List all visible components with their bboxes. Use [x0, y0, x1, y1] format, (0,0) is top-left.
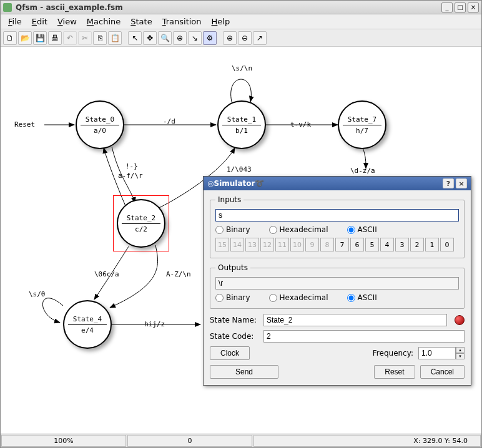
state-1[interactable]: State_1b/1 — [217, 100, 266, 149]
menu-transition[interactable]: Transition — [159, 16, 205, 27]
bit-13[interactable]: 13 — [245, 238, 259, 251]
separator — [123, 31, 127, 45]
open-icon[interactable]: 📂 — [18, 31, 32, 45]
close-button[interactable]: × — [468, 2, 479, 12]
menu-machine[interactable]: Machine — [83, 16, 124, 27]
outputs-legend: Outputs — [215, 263, 250, 272]
transition-s2-s4-b-label: A-Z/\n — [166, 270, 191, 278]
bit-12[interactable]: 12 — [260, 238, 274, 251]
pan-icon[interactable]: ✥ — [143, 31, 157, 45]
bit-0[interactable]: 0 — [440, 238, 454, 251]
frequency-label: Frequency: — [373, 349, 413, 358]
spin-down-icon[interactable]: ▾ — [456, 353, 465, 359]
menu-state[interactable]: State — [127, 16, 155, 27]
send-button[interactable]: Send — [210, 365, 278, 379]
maximize-button[interactable]: □ — [455, 2, 466, 12]
save-icon[interactable]: 💾 — [33, 31, 47, 45]
bit-4[interactable]: 4 — [380, 238, 394, 251]
zoomout-icon[interactable]: ⊖ — [238, 31, 252, 45]
dialog-close-button[interactable]: × — [456, 178, 467, 188]
state-code-label: State Code: — [210, 332, 260, 341]
bit-8[interactable]: 8 — [320, 238, 334, 251]
dialog-title: Simulator — [214, 179, 255, 188]
outputs-field — [215, 277, 459, 290]
simulator-dialog: ◎ Simulator ➰ ? × Inputs Binary Hexadeci… — [203, 176, 471, 386]
cancel-button[interactable]: Cancel — [420, 365, 465, 379]
bit-9[interactable]: 9 — [305, 238, 319, 251]
window-title: Qfsm - ascii_example.fsm — [16, 3, 440, 12]
state-4[interactable]: State_4e/4 — [63, 300, 112, 349]
zoomin-icon[interactable]: ⊕ — [223, 31, 237, 45]
bit-1[interactable]: 1 — [425, 238, 439, 251]
newtrans-icon[interactable]: ↘ — [188, 31, 202, 45]
state-code-field — [263, 330, 465, 343]
newstate-icon[interactable]: ⊕ — [173, 31, 187, 45]
transition-s0-s2-a-label: !-} — [125, 162, 138, 170]
spin-up-icon[interactable]: ▴ — [456, 347, 465, 353]
select-icon[interactable]: ↖ — [128, 31, 142, 45]
bit-11[interactable]: 11 — [275, 238, 289, 251]
menu-help[interactable]: Help — [208, 16, 234, 27]
paste-icon[interactable]: 📋 — [108, 31, 122, 45]
dialog-titlebar[interactable]: ◎ Simulator ➰ ? × — [204, 177, 471, 190]
transition-s7-down-label: \d-z/a — [350, 167, 375, 175]
simulate-icon[interactable]: ⚙ — [203, 31, 217, 45]
transition-s1-s7-label: t-v/k — [290, 120, 311, 129]
separator — [218, 31, 222, 45]
menu-view[interactable]: View — [54, 16, 81, 27]
zoom-icon[interactable]: 🔍 — [158, 31, 172, 45]
bit-2[interactable]: 2 — [410, 238, 424, 251]
bit-toggle-row: 15 14 13 12 11 10 9 8 7 6 5 4 3 2 1 0 — [215, 238, 459, 251]
state-name-label: State Name: — [210, 316, 260, 324]
transition-s4-loop-label: \s/0 — [29, 290, 46, 298]
state-2[interactable]: State_2c/2 — [117, 199, 165, 248]
outputs-ascii-radio[interactable]: ASCII — [347, 293, 377, 302]
status-selection: 0 — [127, 435, 252, 447]
undo-icon[interactable]: ↶ — [63, 31, 77, 45]
bit-14[interactable]: 14 — [230, 238, 244, 251]
print-icon[interactable]: 🖶 — [48, 31, 62, 45]
statusbar: 100% 0 X: 329.0 Y: 54.0 — [1, 434, 481, 447]
bit-5[interactable]: 5 — [365, 238, 379, 251]
dialog-body: Inputs Binary Hexadecimal ASCII 15 14 13… — [204, 190, 471, 385]
outputs-binary-radio[interactable]: Binary — [215, 293, 250, 302]
state-7[interactable]: State_7h/7 — [338, 100, 386, 149]
menu-file[interactable]: File — [4, 16, 26, 27]
bit-7[interactable]: 7 — [335, 238, 349, 251]
copy-icon[interactable]: ⎘ — [93, 31, 107, 45]
inputs-group: Inputs Binary Hexadecimal ASCII 15 14 13… — [210, 195, 465, 258]
state-0[interactable]: State_0a/0 — [76, 100, 124, 149]
bit-6[interactable]: 6 — [350, 238, 364, 251]
bit-15[interactable]: 15 — [215, 238, 229, 251]
transition-s1-loop-label: \s/\n — [232, 64, 252, 72]
status-led-icon — [455, 315, 465, 325]
clock-button[interactable]: Clock — [210, 346, 250, 360]
status-zoom: 100% — [1, 435, 126, 447]
transition-s0-s1-label: -/d — [163, 117, 175, 125]
inputs-ascii-radio[interactable]: ASCII — [347, 225, 377, 234]
reset-button[interactable]: Reset — [374, 365, 415, 379]
bit-10[interactable]: 10 — [290, 238, 304, 251]
outputs-hex-radio[interactable]: Hexadecimal — [269, 293, 328, 302]
inputs-field[interactable] — [215, 209, 459, 222]
inputs-binary-radio[interactable]: Binary — [215, 225, 250, 234]
help-button[interactable]: ? — [443, 178, 454, 188]
cut-icon[interactable]: ✂ — [78, 31, 92, 45]
transition-s2-s4-a-label: \06c/a — [94, 270, 119, 278]
bit-3[interactable]: 3 — [395, 238, 409, 251]
inputs-legend: Inputs — [215, 195, 243, 204]
arrow-icon[interactable]: ↗ — [253, 31, 267, 45]
gear-icon: ◎ — [207, 179, 214, 188]
frequency-spin[interactable]: ▴▾ — [418, 347, 465, 359]
new-icon[interactable]: 🗋 — [3, 31, 17, 45]
transition-s2-s1-label: 1/\043 — [227, 165, 252, 173]
transition-s0-s2-b-label: a-f/\r — [118, 172, 143, 180]
minimize-button[interactable]: _ — [441, 2, 453, 12]
inputs-hex-radio[interactable]: Hexadecimal — [269, 225, 328, 234]
frequency-field[interactable] — [418, 347, 456, 359]
state-name-field — [263, 314, 447, 326]
titlebar: Qfsm - ascii_example.fsm _ □ × — [1, 1, 481, 14]
toolbar: 🗋 📂 💾 🖶 ↶ ✂ ⎘ 📋 ↖ ✥ 🔍 ⊕ ↘ ⚙ ⊕ ⊖ ↗ — [1, 29, 481, 47]
menu-edit[interactable]: Edit — [28, 16, 51, 27]
transition-s4-right-label: hij/z — [144, 320, 165, 328]
